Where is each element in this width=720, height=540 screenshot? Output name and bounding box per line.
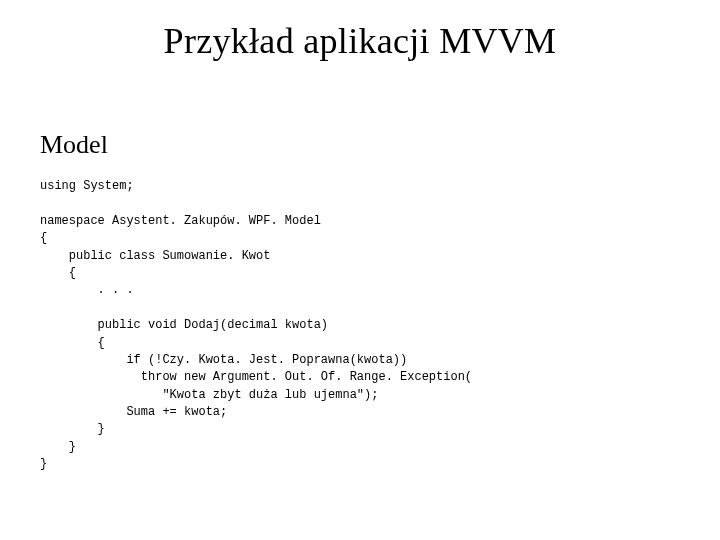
code-line: Suma += kwota;	[40, 405, 227, 419]
code-line: if (!Czy. Kwota. Jest. Poprawna(kwota))	[40, 353, 407, 367]
code-line: {	[40, 336, 105, 350]
code-line: public void Dodaj(decimal kwota)	[40, 318, 328, 332]
slide: Przykład aplikacji MVVM Model using Syst…	[0, 0, 720, 540]
code-line: namespace Asystent. Zakupów. WPF. Model	[40, 214, 321, 228]
slide-title: Przykład aplikacji MVVM	[0, 20, 720, 62]
code-line: }	[40, 422, 105, 436]
code-line: }	[40, 440, 76, 454]
code-block: using System; namespace Asystent. Zakupó…	[40, 178, 680, 474]
code-line: "Kwota zbyt duża lub ujemna");	[40, 388, 378, 402]
code-line: using System;	[40, 179, 134, 193]
code-line: . . .	[40, 283, 134, 297]
code-line: {	[40, 231, 47, 245]
code-line: {	[40, 266, 76, 280]
code-line: }	[40, 457, 47, 471]
section-heading-model: Model	[40, 130, 108, 160]
code-line: throw new Argument. Out. Of. Range. Exce…	[40, 370, 472, 384]
code-line: public class Sumowanie. Kwot	[40, 249, 270, 263]
